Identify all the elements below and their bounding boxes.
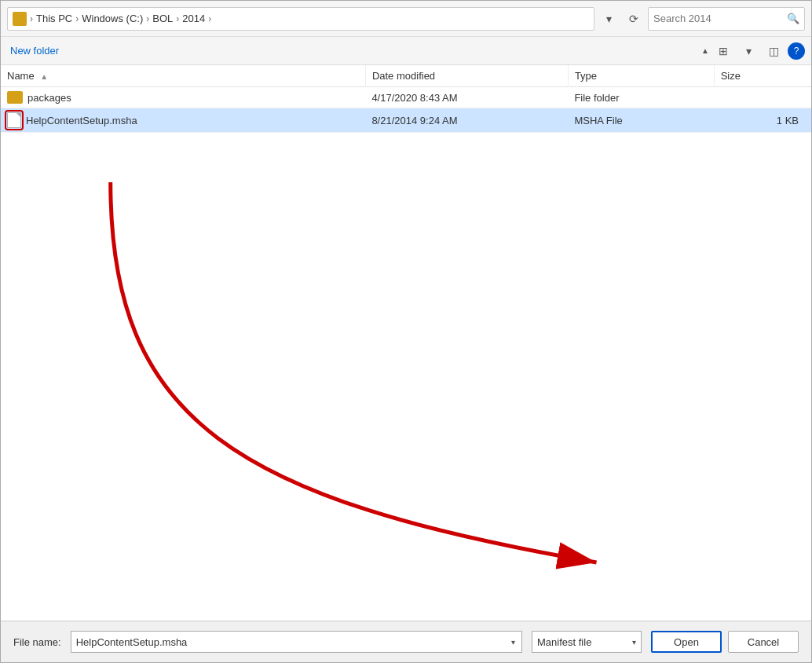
folder-icon	[13, 12, 27, 26]
file-name-cell: packages	[1, 87, 365, 108]
date-modified-cell: 8/21/2014 9:24 AM	[365, 108, 568, 133]
open-button[interactable]: Open	[651, 631, 722, 653]
view-grid-button[interactable]: ⊞	[712, 41, 734, 61]
col-size[interactable]: Size	[714, 65, 811, 87]
search-icon: 🔍	[787, 13, 799, 24]
filename-dropdown-button[interactable]: ▾	[510, 638, 517, 647]
size-cell	[714, 87, 811, 108]
file-table: Name ▲ Date modified Type Size	[1, 65, 811, 133]
bottom-bar: File name: ▾ Manifest file ▾ Open Cancel	[1, 621, 811, 662]
secondary-toolbar: New folder ▲ ⊞ ▾ ◫ ?	[1, 37, 811, 65]
type-cell: File folder	[568, 87, 714, 108]
size-cell: 1 KB	[714, 108, 811, 133]
breadcrumb[interactable]: › This PC › Windows (C:) › BOL › 2014 ›	[7, 7, 594, 31]
new-folder-button[interactable]: New folder	[7, 43, 62, 58]
sort-up-icon: ▲	[701, 46, 709, 55]
preview-button[interactable]: ◫	[763, 41, 785, 61]
table-row[interactable]: HelpContentSetup.msha 8/21/2014 9:24 AM …	[1, 108, 811, 133]
folder-icon	[7, 91, 23, 104]
filetype-select[interactable]: Manifest file ▾	[532, 631, 642, 653]
view-list-button[interactable]: ▾	[737, 41, 759, 61]
filename-label: File name:	[13, 636, 61, 648]
col-name[interactable]: Name ▲	[1, 65, 365, 87]
view-controls: ▲ ⊞ ▾ ◫ ?	[701, 41, 805, 61]
breadcrumb-thispc[interactable]: This PC	[36, 13, 72, 24]
search-input[interactable]	[653, 13, 787, 24]
file-open-dialog: › This PC › Windows (C:) › BOL › 2014 › …	[0, 0, 812, 663]
breadcrumb-2014[interactable]: 2014	[182, 13, 205, 24]
search-box[interactable]: 🔍	[648, 7, 805, 31]
filetype-label: Manifest file	[537, 636, 632, 648]
breadcrumb-bol[interactable]: BOL	[152, 13, 173, 24]
col-date[interactable]: Date modified	[365, 65, 568, 87]
table-row[interactable]: packages 4/17/2020 8:43 AM File folder	[1, 87, 811, 108]
file-list-area: Name ▲ Date modified Type Size	[1, 65, 811, 621]
file-name-cell: HelpContentSetup.msha	[1, 108, 365, 133]
refresh-button[interactable]: ⟳	[623, 8, 645, 30]
filetype-dropdown-button[interactable]: ▾	[632, 638, 636, 647]
date-modified-cell: 4/17/2020 8:43 AM	[365, 87, 568, 108]
cancel-button[interactable]: Cancel	[728, 631, 799, 653]
type-cell: MSHA File	[568, 108, 714, 133]
file-icon	[7, 112, 21, 128]
toolbar: › This PC › Windows (C:) › BOL › 2014 › …	[1, 1, 811, 37]
col-type[interactable]: Type	[568, 65, 714, 87]
help-button[interactable]: ?	[788, 42, 805, 60]
annotation-arrow	[1, 65, 811, 621]
action-buttons: Open Cancel	[651, 631, 799, 653]
sort-arrow-icon: ▲	[40, 72, 48, 81]
dropdown-button[interactable]: ▾	[598, 8, 620, 30]
table-header: Name ▲ Date modified Type Size	[1, 65, 811, 87]
breadcrumb-windowsc[interactable]: Windows (C:)	[82, 13, 143, 24]
filename-input[interactable]	[76, 636, 510, 648]
filename-input-wrapper[interactable]: ▾	[71, 631, 522, 653]
